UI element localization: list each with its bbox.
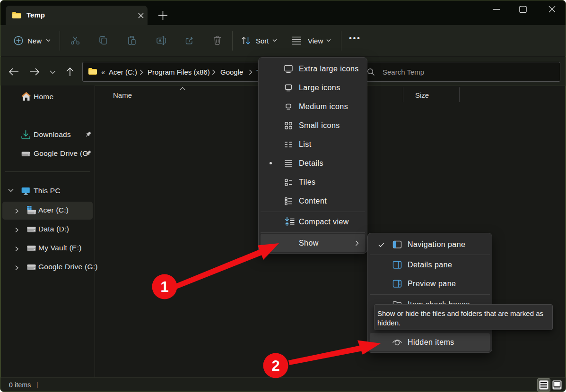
svg-text:1: 1 (160, 279, 168, 295)
svg-text:2: 2 (271, 358, 279, 374)
